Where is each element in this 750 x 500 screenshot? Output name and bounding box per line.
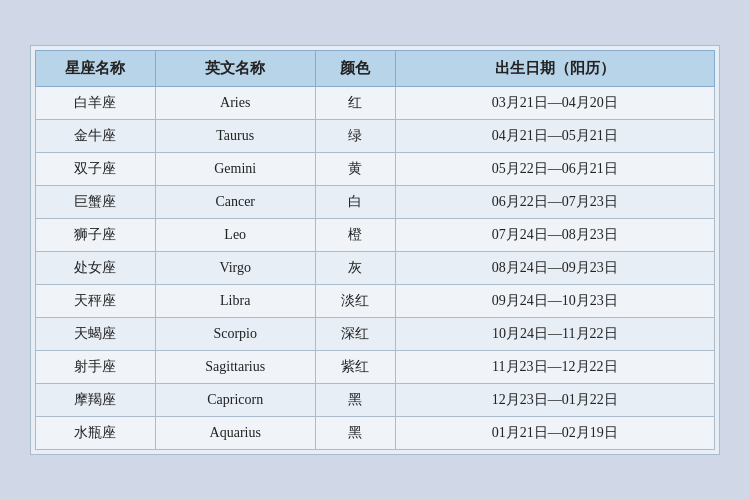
cell-english: Capricorn [155,384,315,417]
cell-date: 10月24日—11月22日 [395,318,714,351]
header-color: 颜色 [315,51,395,87]
table-row: 摩羯座Capricorn黑12月23日—01月22日 [36,384,715,417]
cell-english: Aquarius [155,417,315,450]
cell-color: 黑 [315,384,395,417]
cell-english: Scorpio [155,318,315,351]
cell-date: 11月23日—12月22日 [395,351,714,384]
cell-chinese: 金牛座 [36,120,156,153]
cell-color: 深红 [315,318,395,351]
header-chinese: 星座名称 [36,51,156,87]
table-row: 狮子座Leo橙07月24日—08月23日 [36,219,715,252]
table-row: 处女座Virgo灰08月24日—09月23日 [36,252,715,285]
cell-chinese: 天秤座 [36,285,156,318]
zodiac-table: 星座名称 英文名称 颜色 出生日期（阳历） 白羊座Aries红03月21日—04… [35,50,715,450]
table-row: 水瓶座Aquarius黑01月21日—02月19日 [36,417,715,450]
cell-english: Virgo [155,252,315,285]
cell-date: 04月21日—05月21日 [395,120,714,153]
cell-date: 08月24日—09月23日 [395,252,714,285]
table-row: 天秤座Libra淡红09月24日—10月23日 [36,285,715,318]
cell-chinese: 摩羯座 [36,384,156,417]
header-date: 出生日期（阳历） [395,51,714,87]
cell-color: 橙 [315,219,395,252]
table-row: 金牛座Taurus绿04月21日—05月21日 [36,120,715,153]
cell-english: Leo [155,219,315,252]
cell-color: 淡红 [315,285,395,318]
cell-english: Cancer [155,186,315,219]
cell-english: Aries [155,87,315,120]
cell-color: 白 [315,186,395,219]
cell-color: 红 [315,87,395,120]
table-row: 白羊座Aries红03月21日—04月20日 [36,87,715,120]
cell-english: Taurus [155,120,315,153]
cell-english: Libra [155,285,315,318]
cell-color: 黑 [315,417,395,450]
cell-chinese: 射手座 [36,351,156,384]
cell-english: Sagittarius [155,351,315,384]
cell-date: 01月21日—02月19日 [395,417,714,450]
cell-chinese: 处女座 [36,252,156,285]
cell-color: 黄 [315,153,395,186]
table-row: 射手座Sagittarius紫红11月23日—12月22日 [36,351,715,384]
cell-color: 紫红 [315,351,395,384]
cell-chinese: 天蝎座 [36,318,156,351]
cell-date: 09月24日—10月23日 [395,285,714,318]
cell-chinese: 狮子座 [36,219,156,252]
cell-chinese: 双子座 [36,153,156,186]
cell-color: 灰 [315,252,395,285]
cell-chinese: 巨蟹座 [36,186,156,219]
cell-date: 06月22日—07月23日 [395,186,714,219]
table-row: 双子座Gemini黄05月22日—06月21日 [36,153,715,186]
header-english: 英文名称 [155,51,315,87]
cell-chinese: 白羊座 [36,87,156,120]
cell-chinese: 水瓶座 [36,417,156,450]
cell-date: 03月21日—04月20日 [395,87,714,120]
cell-color: 绿 [315,120,395,153]
cell-english: Gemini [155,153,315,186]
cell-date: 07月24日—08月23日 [395,219,714,252]
table-row: 巨蟹座Cancer白06月22日—07月23日 [36,186,715,219]
table-header-row: 星座名称 英文名称 颜色 出生日期（阳历） [36,51,715,87]
zodiac-table-container: 星座名称 英文名称 颜色 出生日期（阳历） 白羊座Aries红03月21日—04… [30,45,720,455]
cell-date: 12月23日—01月22日 [395,384,714,417]
table-row: 天蝎座Scorpio深红10月24日—11月22日 [36,318,715,351]
cell-date: 05月22日—06月21日 [395,153,714,186]
